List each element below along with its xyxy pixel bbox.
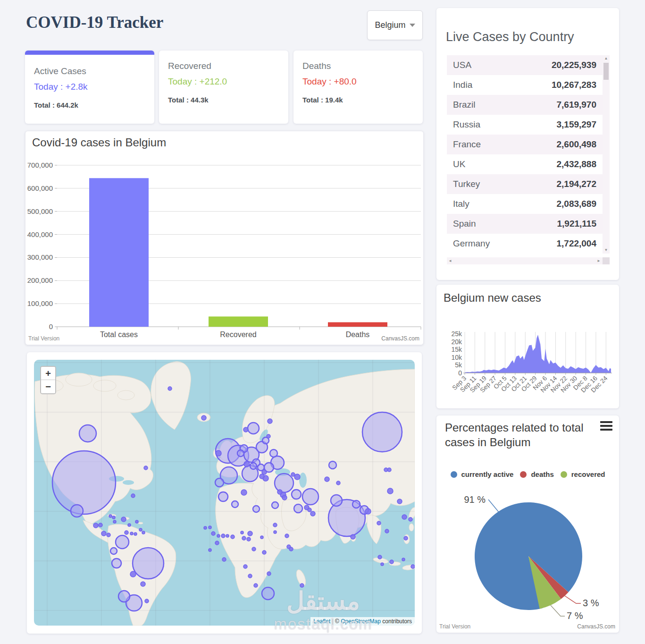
map-marker[interactable] bbox=[222, 558, 226, 561]
legend-item-currently-active[interactable]: currently active bbox=[451, 470, 514, 478]
map-marker[interactable] bbox=[130, 532, 133, 535]
map-marker[interactable] bbox=[204, 526, 207, 529]
map-marker[interactable] bbox=[141, 582, 145, 586]
map-marker[interactable] bbox=[378, 555, 382, 559]
map-marker[interactable] bbox=[248, 423, 259, 434]
map-marker[interactable] bbox=[247, 537, 251, 541]
map-marker[interactable] bbox=[365, 508, 371, 514]
map-marker[interactable] bbox=[300, 584, 304, 587]
horizontal-scrollbar[interactable]: ◄ ► bbox=[447, 257, 610, 264]
table-row-russia[interactable]: Russia3,159,297 bbox=[447, 115, 603, 135]
map-marker[interactable] bbox=[302, 489, 318, 505]
map-marker[interactable] bbox=[275, 474, 293, 492]
map-marker[interactable] bbox=[71, 505, 83, 517]
map-marker[interactable] bbox=[93, 523, 98, 528]
map-marker[interactable] bbox=[79, 425, 96, 442]
map-marker[interactable] bbox=[128, 524, 131, 526]
scroll-up-icon[interactable]: ▲ bbox=[603, 55, 610, 62]
scroll-right-icon[interactable]: ► bbox=[595, 257, 602, 264]
map-marker[interactable] bbox=[109, 515, 112, 517]
map-marker[interactable] bbox=[215, 541, 219, 545]
map-marker[interactable] bbox=[289, 547, 293, 551]
map-marker[interactable] bbox=[397, 499, 402, 504]
map-marker[interactable] bbox=[113, 520, 116, 523]
map-marker[interactable] bbox=[101, 531, 106, 536]
scroll-down-icon[interactable]: ▼ bbox=[603, 247, 610, 254]
map-marker[interactable] bbox=[272, 502, 278, 508]
map-marker[interactable] bbox=[243, 565, 247, 568]
map-marker[interactable] bbox=[241, 531, 243, 534]
map-marker[interactable] bbox=[243, 427, 248, 432]
map-marker[interactable] bbox=[209, 549, 211, 551]
table-row-india[interactable]: India10,267,283 bbox=[447, 75, 603, 95]
map-marker[interactable] bbox=[336, 481, 340, 485]
map-marker[interactable] bbox=[218, 492, 228, 501]
map-marker[interactable] bbox=[282, 495, 287, 500]
map-marker[interactable] bbox=[254, 584, 258, 587]
openstreetmap-link[interactable]: OpenStreetMap bbox=[341, 618, 381, 625]
map-marker[interactable] bbox=[252, 547, 256, 551]
map-marker[interactable] bbox=[310, 511, 315, 516]
map-marker[interactable] bbox=[377, 521, 381, 525]
map-marker[interactable] bbox=[231, 535, 235, 539]
map-marker[interactable] bbox=[52, 451, 116, 514]
map-marker[interactable] bbox=[262, 587, 274, 600]
map-marker[interactable] bbox=[292, 490, 301, 499]
map-marker[interactable] bbox=[131, 494, 135, 498]
zoom-out-button[interactable]: − bbox=[41, 380, 55, 393]
map-marker[interactable] bbox=[267, 572, 271, 576]
map-marker[interactable] bbox=[331, 495, 342, 506]
table-row-brazil[interactable]: Brazil7,619,970 bbox=[447, 95, 603, 115]
chart-menu-icon[interactable] bbox=[600, 421, 612, 431]
table-row-uk[interactable]: UK2,432,888 bbox=[447, 154, 603, 174]
map-marker[interactable] bbox=[133, 548, 164, 579]
canvasjs-credit[interactable]: CanvasJS.com bbox=[577, 623, 615, 630]
map-marker[interactable] bbox=[267, 434, 270, 438]
map-marker[interactable] bbox=[387, 488, 393, 494]
map-marker[interactable] bbox=[285, 534, 289, 538]
map-marker[interactable] bbox=[362, 412, 402, 452]
map-marker[interactable] bbox=[244, 461, 250, 467]
map-marker[interactable] bbox=[308, 508, 311, 512]
map-marker[interactable] bbox=[201, 415, 206, 420]
leaflet-map[interactable]: + − Leaflet | © OpenStreetMap contributo… bbox=[34, 360, 415, 626]
map-marker[interactable] bbox=[139, 528, 142, 531]
map-marker[interactable] bbox=[352, 500, 360, 508]
map-marker[interactable] bbox=[112, 516, 115, 519]
map-marker[interactable] bbox=[226, 534, 229, 537]
map-marker[interactable] bbox=[260, 474, 264, 479]
table-row-spain[interactable]: Spain1,921,115 bbox=[447, 214, 603, 234]
map-marker[interactable] bbox=[277, 490, 282, 494]
map-marker[interactable] bbox=[411, 565, 415, 568]
map-marker[interactable] bbox=[404, 536, 408, 540]
table-row-usa[interactable]: USA20,225,939 bbox=[447, 55, 603, 75]
map-marker[interactable] bbox=[402, 558, 405, 561]
map-marker[interactable] bbox=[221, 534, 225, 538]
map-marker[interactable] bbox=[250, 463, 257, 469]
map-marker[interactable] bbox=[142, 531, 145, 534]
map-marker[interactable] bbox=[253, 506, 260, 512]
country-selector[interactable]: Belgium bbox=[367, 10, 423, 40]
map-marker[interactable] bbox=[209, 526, 211, 529]
map-marker[interactable] bbox=[116, 535, 129, 549]
map-marker[interactable] bbox=[325, 477, 329, 482]
vertical-scroll-thumb[interactable] bbox=[603, 63, 609, 80]
map-marker[interactable] bbox=[130, 571, 136, 577]
leaflet-link[interactable]: Leaflet bbox=[313, 618, 330, 625]
map-marker[interactable] bbox=[211, 532, 215, 535]
map-marker[interactable] bbox=[112, 559, 121, 568]
map-marker[interactable] bbox=[248, 574, 252, 578]
map-marker[interactable] bbox=[390, 560, 394, 564]
map-marker[interactable] bbox=[135, 520, 138, 523]
map-marker[interactable] bbox=[248, 531, 252, 536]
map-marker[interactable] bbox=[99, 523, 102, 527]
legend-item-deaths[interactable]: deaths bbox=[520, 470, 553, 478]
map-marker[interactable] bbox=[262, 551, 266, 554]
map-marker[interactable] bbox=[402, 515, 407, 519]
map-marker[interactable] bbox=[121, 517, 126, 522]
map-marker[interactable] bbox=[118, 591, 130, 602]
map-marker[interactable] bbox=[125, 531, 128, 534]
map-marker[interactable] bbox=[291, 473, 295, 476]
map-marker[interactable] bbox=[242, 536, 246, 540]
map-marker[interactable] bbox=[273, 523, 277, 527]
